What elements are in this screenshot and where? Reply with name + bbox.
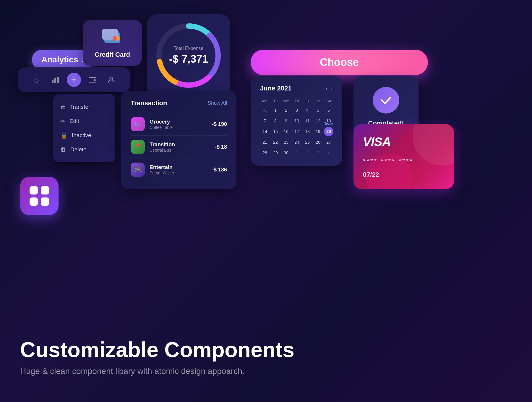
cal-header-tu: Tu	[271, 98, 280, 104]
menu-edit-label: Edit	[69, 118, 79, 124]
cal-day[interactable]: 18	[303, 127, 312, 136]
nav-wallet-icon[interactable]	[85, 73, 100, 87]
cal-day[interactable]: 4	[324, 148, 333, 158]
credit-card-label: Credit Card	[91, 51, 134, 59]
bottom-section: Customizable Components Huge & clean com…	[20, 338, 294, 376]
cal-header-sa: Sa	[313, 98, 323, 104]
cal-day[interactable]: 30	[281, 148, 291, 158]
visa-card: VISA **** **** **** 07/22	[353, 124, 454, 189]
entertain-sub: Steam Wallet	[150, 171, 207, 175]
sub-title: Huge & clean component libary with atomi…	[20, 367, 294, 376]
cal-day[interactable]: 15	[271, 127, 280, 136]
cal-day[interactable]: 9	[281, 116, 291, 126]
choose-button[interactable]: Choose	[251, 50, 428, 75]
calendar-grid: Mo Tu We Th Fr Sa Su 31 1 2 3 4 5 6 7 8 …	[260, 98, 333, 158]
cal-day[interactable]: 10	[292, 116, 301, 126]
prev-month-button[interactable]: ‹	[325, 85, 327, 92]
donut-value: -$ 7,371	[169, 53, 208, 65]
cal-day[interactable]: 24	[292, 137, 301, 147]
entertain-icon: 🎮	[131, 163, 145, 177]
nav-home-icon[interactable]: ⌂	[30, 73, 44, 87]
cal-day[interactable]: 16	[281, 127, 291, 136]
cal-day[interactable]: 17	[292, 127, 301, 136]
cal-day[interactable]: 6	[324, 106, 333, 115]
svg-point-4	[113, 36, 117, 41]
credit-card-icon	[91, 27, 134, 48]
choose-label: Choose	[320, 56, 359, 68]
transaction-header: Transaction Show All	[131, 99, 227, 107]
edit-icon: ✏	[60, 118, 65, 125]
transfer-icon: ⇄	[60, 103, 65, 111]
main-title: Customizable Components	[20, 338, 294, 362]
calendar-widget: June 2021 ‹ › Mo Tu We Th Fr Sa Su 31 1 …	[251, 76, 342, 166]
svg-rect-11	[54, 78, 56, 83]
visa-expiry: 07/22	[363, 171, 445, 179]
lock-icon: 🔒	[60, 132, 68, 139]
cal-day[interactable]: 28	[260, 148, 270, 158]
cal-day[interactable]: 12	[313, 116, 323, 126]
cal-day[interactable]: 27	[324, 137, 333, 147]
entertain-amount: -$ 136	[212, 167, 227, 173]
cal-day[interactable]: 22	[271, 137, 280, 147]
cal-day[interactable]: 8	[271, 116, 280, 126]
cal-day[interactable]: 19	[313, 127, 323, 136]
cal-day[interactable]: 14	[260, 127, 270, 136]
menu-edit[interactable]: ✏ Edit	[60, 114, 108, 128]
cal-day[interactable]: 23	[281, 137, 291, 147]
donut-label: Total Expense	[169, 46, 208, 51]
menu-transfer-label: Transfer	[69, 104, 90, 110]
svg-rect-12	[57, 77, 59, 83]
grocery-name: Grocery	[150, 119, 207, 125]
cal-day[interactable]: 21	[260, 137, 270, 147]
app-icon-grid	[27, 184, 51, 208]
cal-header-th: Th	[292, 98, 301, 104]
nav-add-icon[interactable]: +	[67, 73, 81, 87]
cal-day[interactable]: 3	[292, 106, 301, 115]
cal-day[interactable]: 25	[303, 137, 312, 147]
cal-day[interactable]: 1	[271, 106, 280, 115]
grocery-icon: 🛒	[131, 117, 145, 131]
next-month-button[interactable]: ›	[331, 85, 333, 92]
cal-day[interactable]: 11	[303, 116, 312, 126]
calendar-navigation[interactable]: ‹ ›	[325, 85, 333, 92]
app-icon	[20, 177, 59, 215]
menu-delete[interactable]: 🗑 Delete	[60, 142, 108, 156]
cal-day[interactable]: 1	[292, 148, 301, 158]
cal-header-fr: Fr	[303, 98, 312, 104]
menu-transfer[interactable]: ⇄ Transfer	[60, 100, 108, 114]
cal-header-mo: Mo	[260, 98, 270, 104]
cal-day[interactable]: 2	[281, 106, 291, 115]
cal-day[interactable]: 26	[313, 137, 323, 147]
show-all-button[interactable]: Show All	[208, 100, 227, 106]
cal-day[interactable]: 5	[313, 106, 323, 115]
cal-day[interactable]: 29	[271, 148, 280, 158]
nav-chart-icon[interactable]	[48, 73, 62, 87]
cal-day[interactable]: 2	[303, 148, 312, 158]
nav-profile-icon[interactable]	[104, 73, 118, 87]
transition-icon: 📍	[131, 140, 145, 154]
calendar-month: June 2021	[260, 85, 291, 92]
cal-day[interactable]: 4	[303, 106, 312, 115]
app-icon-dot	[41, 186, 49, 194]
cal-day[interactable]: 7	[260, 116, 270, 126]
transaction-item-grocery: 🛒 Grocery Coffee Table -$ 190	[131, 113, 227, 136]
trash-icon: 🗑	[60, 146, 66, 153]
cal-day[interactable]: 3	[313, 148, 323, 158]
grocery-sub: Coffee Table	[150, 125, 207, 130]
bottom-navigation: ⌂ +	[18, 67, 130, 92]
context-menu: ⇄ Transfer ✏ Edit 🔒 Inactive 🗑 Delete	[53, 94, 115, 162]
transition-name: Transition	[150, 142, 210, 148]
transaction-widget: Transaction Show All 🛒 Grocery Coffee Ta…	[121, 91, 236, 189]
transaction-item-entertain: 🎮 Entertain Steam Wallet -$ 136	[131, 158, 227, 181]
svg-rect-10	[52, 80, 53, 83]
menu-delete-label: Delete	[70, 146, 87, 153]
cal-day[interactable]: 31	[260, 106, 270, 115]
cal-day-today[interactable]: 20	[324, 127, 333, 136]
analytics-label: Analytics	[41, 55, 78, 64]
menu-inactive-label: Inactive	[72, 132, 91, 139]
donut-chart-widget: Total Expense -$ 7,371	[147, 14, 230, 97]
app-icon-dot	[30, 197, 38, 206]
menu-inactive[interactable]: 🔒 Inactive	[60, 128, 108, 142]
svg-rect-14	[94, 79, 96, 81]
visa-number: **** **** ****	[363, 157, 445, 165]
